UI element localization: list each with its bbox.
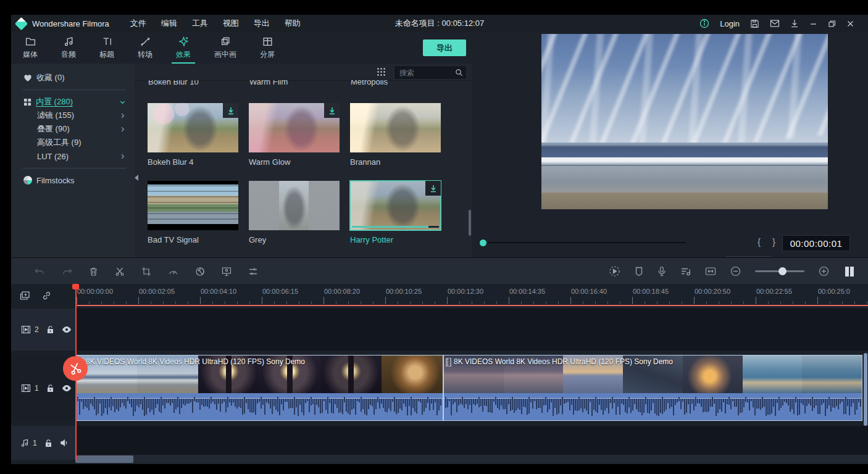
timeline-vertical-scrollbar[interactable]	[864, 353, 867, 426]
filmora-window: Wondershare Filmora 文件 编辑 工具 视图 导出 帮助 未命…	[11, 15, 868, 464]
mute-track-icon[interactable]	[60, 439, 69, 447]
sidebar-filmstocks[interactable]: Filmstocks	[11, 173, 135, 187]
download-icon	[223, 103, 238, 118]
marker-button[interactable]	[635, 267, 643, 276]
audio-mixer-button[interactable]	[680, 267, 691, 276]
tab-split-screen[interactable]: 分屏	[248, 32, 286, 64]
search-input[interactable]	[394, 68, 455, 78]
feedback-mail-icon[interactable]	[770, 19, 780, 28]
tab-transitions[interactable]: 转场	[126, 32, 164, 64]
effect-card-grey[interactable]: Grey	[249, 181, 340, 244]
filmstocks-icon	[23, 176, 32, 185]
render-preview-button[interactable]	[609, 265, 620, 277]
effect-card-bad-tv-signal[interactable]: Bad TV Signal	[148, 181, 238, 244]
chevron-right-icon[interactable]	[119, 112, 126, 119]
toggle-visibility-icon[interactable]	[62, 385, 72, 392]
sidebar-favorites[interactable]: 收藏 (0)	[11, 71, 135, 85]
sidebar-advanced-tools[interactable]: 高级工具 (9)	[11, 136, 135, 149]
speed-button[interactable]	[168, 267, 178, 276]
divider	[22, 168, 126, 168]
grid-icon	[23, 98, 31, 106]
timeline-zoom-slider[interactable]	[755, 270, 804, 272]
collapse-panel-handle[interactable]	[134, 170, 140, 186]
zoom-in-button[interactable]	[819, 266, 829, 276]
info-icon[interactable]	[699, 19, 709, 28]
close-button[interactable]	[846, 20, 854, 28]
tab-audio[interactable]: 音频	[49, 32, 88, 64]
mark-out-icon[interactable]: }	[772, 236, 775, 247]
mark-in-icon[interactable]: {	[757, 236, 761, 247]
delete-button[interactable]	[89, 267, 98, 276]
timeline-clip-1[interactable]: 8K VIDEOS World 8K Videos HDR UltraHD (1…	[75, 355, 443, 421]
seek-track[interactable]	[488, 242, 686, 243]
chevron-down-icon[interactable]	[119, 99, 126, 106]
panel-layout-toggle[interactable]	[843, 266, 856, 277]
lock-track-icon[interactable]	[46, 384, 54, 393]
scrollbar-thumb[interactable]	[75, 455, 133, 463]
fit-timeline-button[interactable]	[705, 267, 716, 276]
effect-thumbnail	[249, 181, 340, 230]
restore-button[interactable]	[828, 20, 836, 28]
app-name: Wondershare Filmora	[32, 19, 109, 28]
crop-button[interactable]	[141, 267, 151, 276]
tab-pip[interactable]: 画中画	[202, 32, 248, 64]
redo-button[interactable]	[62, 267, 72, 276]
chevron-right-icon[interactable]	[119, 153, 126, 160]
sidebar-builtin[interactable]: 内置 (280)	[11, 95, 135, 109]
toggle-visibility-icon[interactable]	[62, 326, 72, 333]
effect-card-brannan[interactable]: Brannan	[350, 103, 441, 167]
tab-media[interactable]: 媒体	[11, 32, 49, 64]
timeline-horizontal-scrollbar[interactable]	[75, 455, 868, 464]
timeline-toolbar	[11, 257, 868, 285]
zoom-out-button[interactable]	[730, 266, 741, 276]
sidebar-lut[interactable]: LUT (26)	[11, 149, 135, 163]
effects-scrollbar[interactable]	[469, 210, 471, 236]
video-track-2[interactable]	[75, 309, 868, 351]
menu-help[interactable]: 帮助	[277, 18, 308, 29]
login-button[interactable]: Login	[720, 19, 740, 28]
audio-track-icon	[21, 439, 29, 447]
menu-export[interactable]: 导出	[246, 18, 277, 29]
add-media-to-track-icon[interactable]	[20, 291, 30, 301]
menu-edit[interactable]: 编辑	[154, 18, 185, 29]
effect-card-warm-glow[interactable]: Warm Glow	[249, 103, 340, 167]
search-icon[interactable]	[455, 69, 463, 77]
menu-tools[interactable]: 工具	[185, 18, 215, 29]
clip-label: 8K VIDEOS World 8K Videos HDR UltraHD (1…	[86, 357, 440, 366]
effect-label: Bokeh Blur 10	[148, 80, 199, 86]
divider	[22, 89, 126, 90]
playhead-scissors-badge[interactable]	[63, 356, 88, 381]
grid-view-icon[interactable]	[377, 67, 386, 77]
timeline-ruler[interactable]: 00:00:00:00 00:00:02:05 00:00:04:10 00:0…	[75, 284, 868, 307]
effects-grid-panel: Bokeh Blur 10 Warm Film Metropolis Bokeh…	[135, 64, 472, 257]
tab-titles[interactable]: 标题	[88, 32, 126, 64]
motion-tracking-button[interactable]	[222, 267, 232, 276]
effect-card-harry-potter[interactable]: Harry Potter	[350, 181, 441, 244]
split-scissors-button[interactable]	[115, 267, 125, 276]
color-correction-button[interactable]	[195, 267, 205, 276]
update-download-icon[interactable]	[790, 19, 799, 28]
menu-file[interactable]: 文件	[123, 18, 154, 29]
undo-button[interactable]	[35, 267, 45, 276]
chevron-right-icon[interactable]	[119, 126, 126, 133]
adjust-sliders-button[interactable]	[248, 267, 258, 276]
menu-bar: 文件 编辑 工具 视图 导出 帮助	[123, 18, 308, 29]
link-clips-icon[interactable]	[41, 291, 52, 301]
timeline-clip-2[interactable]: 8K VIDEOS World 8K Videos HDR UltraHD (1…	[443, 355, 862, 421]
track-header-video-2[interactable]: 2	[11, 309, 85, 351]
sidebar-filters[interactable]: 滤镜 (155)	[11, 109, 135, 122]
tab-effects[interactable]: 效果	[164, 32, 202, 64]
seek-handle[interactable]	[480, 239, 486, 246]
voiceover-mic-button[interactable]	[657, 266, 666, 276]
save-icon[interactable]	[750, 19, 759, 28]
lock-track-icon[interactable]	[46, 325, 54, 334]
sidebar-overlays[interactable]: 叠覆 (90)	[11, 122, 135, 136]
effect-card-bokeh-blur-4[interactable]: Bokeh Blur 4	[148, 103, 238, 167]
menu-view[interactable]: 视图	[215, 18, 246, 29]
lock-track-icon[interactable]	[44, 439, 52, 447]
export-button[interactable]: 导出	[423, 40, 466, 56]
zoom-slider-handle[interactable]	[778, 267, 787, 275]
clip-label: 8K VIDEOS World 8K Videos HDR UltraHD (1…	[454, 357, 859, 366]
minimize-button[interactable]	[809, 20, 817, 28]
track-header-audio-1[interactable]: 1	[11, 426, 85, 460]
